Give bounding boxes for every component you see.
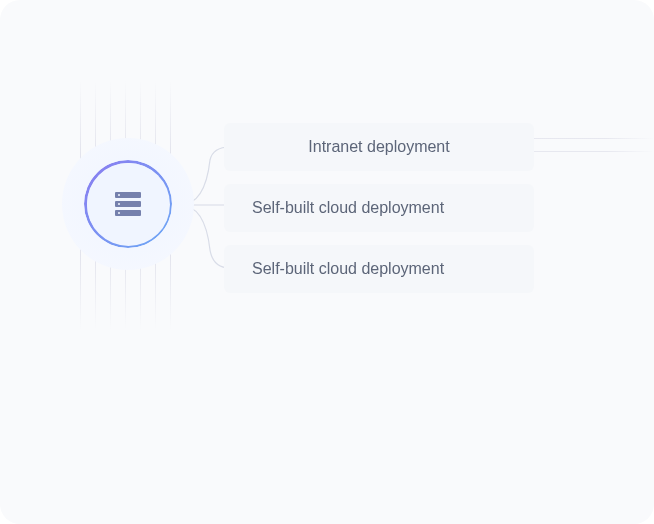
decorative-horizontal-lines [534,130,654,160]
option-label: Intranet deployment [308,138,449,156]
option-label: Self-built cloud deployment [252,199,444,217]
diagram-canvas: Intranet deployment Self-built cloud dep… [0,0,654,524]
deployment-option: Self-built cloud deployment [224,184,534,232]
deployment-option: Self-built cloud deployment [224,245,534,293]
deployment-options: Intranet deployment Self-built cloud dep… [224,123,534,293]
server-node [62,138,194,270]
server-icon [115,192,141,216]
option-label: Self-built cloud deployment [252,260,444,278]
deployment-option: Intranet deployment [224,123,534,171]
